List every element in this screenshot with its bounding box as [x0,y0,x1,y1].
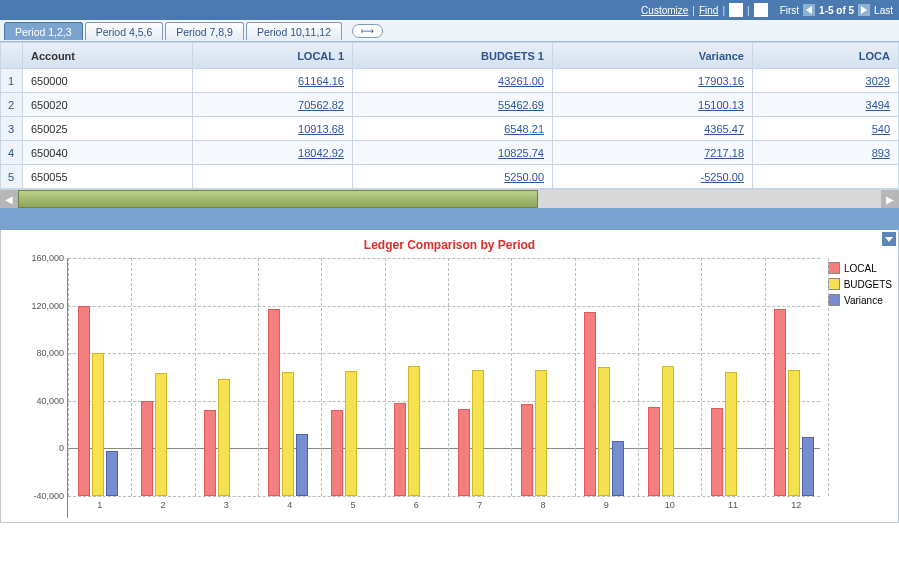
legend-swatch [828,294,840,306]
bar-group [458,306,498,496]
col-local1[interactable]: LOCAL 1 [193,43,353,68]
local2-link[interactable]: 540 [872,123,890,135]
separator: | [692,5,695,16]
customize-link[interactable]: Customize [641,5,688,16]
cell-local2 [753,165,898,188]
cell-budgets1: 43261.00 [353,69,553,92]
bar-local [711,408,723,496]
view-all-icon[interactable] [729,3,743,17]
separator: | [747,5,750,16]
cell-account: 650040 [23,141,193,164]
row-number: 3 [1,117,23,140]
budgets-link[interactable]: 6548.21 [504,123,544,135]
budgets-link[interactable]: 10825.74 [498,147,544,159]
bar-variance [612,441,624,496]
variance-link[interactable]: 15100.13 [698,99,744,111]
scroll-left-button[interactable]: ◀ [0,190,18,208]
bar-group [711,306,751,496]
col-variance[interactable]: Variance [553,43,753,68]
bar-budgets [408,366,420,496]
nav-next-icon[interactable] [858,4,870,16]
budgets-link[interactable]: 5250.00 [504,171,544,183]
local2-link[interactable]: 3029 [866,75,890,87]
x-tick-label: 10 [665,500,675,510]
col-account[interactable]: Account [23,43,193,68]
cell-variance: 4365.47 [553,117,753,140]
tab-period-101112[interactable]: Period 10,11,12 [246,22,342,40]
cell-variance: -5250.00 [553,165,753,188]
nav-prev-icon[interactable] [803,4,815,16]
cell-local2: 540 [753,117,898,140]
bar-budgets [725,372,737,496]
expand-icon: ⟼ [361,26,374,36]
y-tick-label: 120,000 [24,301,64,311]
variance-link[interactable]: 17903.16 [698,75,744,87]
bar-group [204,306,244,496]
scroll-right-button[interactable]: ▶ [881,190,899,208]
bar-group [331,306,371,496]
cell-local2: 3029 [753,69,898,92]
y-tick-label: -40,000 [24,491,64,501]
chart-collapse-icon[interactable] [882,232,896,246]
local-link[interactable]: 70562.82 [298,99,344,111]
cell-budgets1: 55462.69 [353,93,553,116]
bar-local [331,410,343,496]
bar-group [648,306,688,496]
cell-local2: 893 [753,141,898,164]
local2-link[interactable]: 3494 [866,99,890,111]
row-number: 1 [1,69,23,92]
local-link[interactable]: 10913.68 [298,123,344,135]
grid-header-row: Account LOCAL 1 BUDGETS 1 Variance LOCA [1,43,898,69]
bar-local [458,409,470,496]
legend-label: LOCAL [844,263,877,274]
col-local2[interactable]: LOCA [753,43,898,68]
local-link[interactable]: 18042.92 [298,147,344,159]
nav-last-label: Last [874,5,893,16]
budgets-link[interactable]: 43261.00 [498,75,544,87]
cell-local1: 18042.92 [193,141,353,164]
bar-local [78,306,90,496]
scroll-thumb[interactable] [18,190,538,208]
chart-section: Ledger Comparison by Period Amount -40,0… [0,230,899,523]
local2-link[interactable]: 893 [872,147,890,159]
x-tick-label: 7 [477,500,482,510]
variance-link[interactable]: 7217.18 [704,147,744,159]
bar-budgets [282,372,294,496]
cell-local1 [193,165,353,188]
tab-period-123[interactable]: Period 1,2,3 [4,22,83,40]
variance-link[interactable]: -5250.00 [701,171,744,183]
bar-group [521,306,561,496]
tab-period-456[interactable]: Period 4,5,6 [85,22,164,40]
x-tick-label: 1 [97,500,102,510]
col-budgets1[interactable]: BUDGETS 1 [353,43,553,68]
budgets-link[interactable]: 55462.69 [498,99,544,111]
bar-group [141,306,181,496]
variance-link[interactable]: 4365.47 [704,123,744,135]
cell-variance: 7217.18 [553,141,753,164]
show-all-columns-button[interactable]: ⟼ [352,24,383,38]
bar-budgets [598,367,610,496]
legend-item: BUDGETS [828,278,892,290]
tab-period-789[interactable]: Period 7,8,9 [165,22,244,40]
bar-group [394,306,434,496]
cell-local1: 61164.16 [193,69,353,92]
chart-plot-area: -40,000040,00080,000120,000160,000123456… [67,258,820,518]
cell-account: 650025 [23,117,193,140]
cell-budgets1: 10825.74 [353,141,553,164]
col-rownum [1,43,23,68]
bar-group [774,306,814,496]
bar-local [648,407,660,496]
grid-horizontal-scrollbar[interactable]: ◀ ▶ [0,190,899,208]
bar-budgets [662,366,674,496]
download-icon[interactable] [754,3,768,17]
bar-budgets [345,371,357,496]
local-link[interactable]: 61164.16 [298,75,344,87]
x-tick-label: 4 [287,500,292,510]
bar-group [268,306,308,496]
nav-first-label: First [780,5,799,16]
bar-budgets [218,379,230,496]
find-link[interactable]: Find [699,5,718,16]
x-tick-label: 2 [160,500,165,510]
chart-title: Ledger Comparison by Period [7,238,892,252]
scroll-track[interactable] [18,190,881,208]
